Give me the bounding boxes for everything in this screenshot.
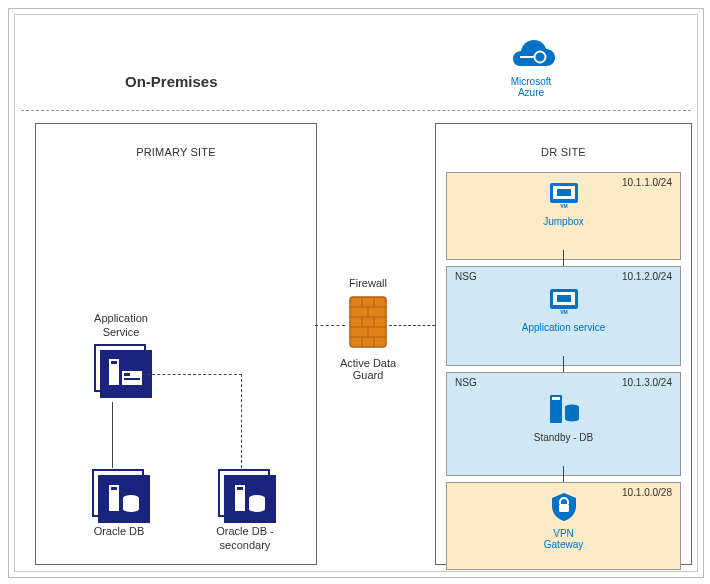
subnet-vpn-gateway: 10.1.0.0/28 VPN Gateway: [446, 482, 681, 570]
svg-rect-6: [124, 378, 140, 380]
svg-rect-3: [111, 361, 117, 364]
active-data-guard-label: Active Data Guard: [333, 357, 403, 381]
oracle-db-secondary-label: Oracle DB - secondary: [206, 525, 284, 553]
server-db-icon: [453, 393, 674, 430]
application-service-label: Application Service: [82, 312, 160, 340]
connector-app-to-standby: [563, 356, 564, 372]
oracle-db-secondary-icon: [218, 469, 272, 519]
svg-rect-5: [124, 373, 130, 376]
svg-rect-39: [552, 397, 560, 400]
vm-icon: VM: [453, 287, 674, 320]
svg-point-42: [565, 417, 579, 422]
subnet-standby-db: NSG 10.1.3.0/24 Standby - DB: [446, 372, 681, 476]
azure-label-line1: Microsoft: [511, 76, 552, 87]
application-service-icon: [94, 344, 148, 394]
svg-point-0: [535, 52, 546, 63]
oracle-db-label: Oracle DB: [80, 525, 158, 539]
firewall-node: Firewall Active Data Guard: [333, 277, 403, 381]
subnet-jumpbox-ip: 10.1.1.0/24: [622, 177, 672, 188]
subnet-db-tag: NSG: [455, 377, 477, 388]
svg-rect-36: [557, 295, 571, 302]
svg-point-16: [249, 506, 265, 512]
connector-jump-to-app: [563, 250, 564, 266]
subnet-jumpbox: 10.1.1.0/24 VM Jumpbox: [446, 172, 681, 260]
dr-site-title: DR SITE: [436, 124, 691, 158]
subnet-vpn-ip: 10.1.0.0/28: [622, 487, 672, 498]
oracle-db-icon: [92, 469, 146, 519]
svg-rect-8: [111, 487, 117, 490]
vpn-label-line2: Gateway: [544, 539, 583, 550]
app-service-label: Application service: [453, 322, 674, 333]
primary-site-box: PRIMARY SITE Application Service: [35, 123, 317, 565]
subnet-app-ip: 10.1.2.0/24: [622, 271, 672, 282]
diagram-inner-frame: On-Premises Microsoft Azure PRIMARY SITE…: [14, 14, 698, 572]
oracle-db-secondary-node: Oracle DB - secondary: [206, 469, 284, 553]
svg-rect-13: [237, 487, 243, 490]
connector-app-to-db: [112, 402, 113, 468]
subnet-app-tag: NSG: [455, 271, 477, 282]
svg-rect-32: [557, 189, 571, 196]
on-premises-title: On-Premises: [125, 73, 218, 90]
svg-text:VM: VM: [560, 203, 568, 209]
oracle-db-node: Oracle DB: [80, 469, 158, 539]
connector-firewall-to-dr: [389, 325, 435, 326]
jumpbox-label: Jumpbox: [453, 216, 674, 227]
connector-primary-to-firewall: [315, 325, 345, 326]
svg-point-11: [123, 506, 139, 512]
primary-site-title: PRIMARY SITE: [36, 124, 316, 158]
firewall-label: Firewall: [333, 277, 403, 289]
top-dashed-divider: [21, 110, 691, 111]
vpn-label-line1: VPN: [553, 528, 574, 539]
svg-rect-17: [350, 297, 386, 347]
application-service-node: Application Service: [82, 312, 160, 400]
standby-db-label: Standby - DB: [453, 432, 674, 443]
connector-standby-to-vpn: [563, 466, 564, 482]
firewall-icon: [348, 295, 388, 349]
connector-app-to-db2-h: [142, 374, 242, 375]
subnet-app-service: NSG 10.1.2.0/24 VM Application service: [446, 266, 681, 366]
azure-cloud-icon: Microsoft Azure: [505, 40, 557, 100]
connector-app-to-db2-v: [241, 374, 242, 468]
svg-text:VM: VM: [560, 309, 568, 315]
azure-label-line2: Azure: [518, 87, 544, 98]
subnet-db-ip: 10.1.3.0/24: [622, 377, 672, 388]
dr-site-box: DR SITE 10.1.1.0/24 VM Jumpbox NSG 10.1.…: [435, 123, 692, 565]
diagram-outer-frame: On-Premises Microsoft Azure PRIMARY SITE…: [8, 8, 704, 578]
svg-rect-43: [559, 504, 569, 512]
